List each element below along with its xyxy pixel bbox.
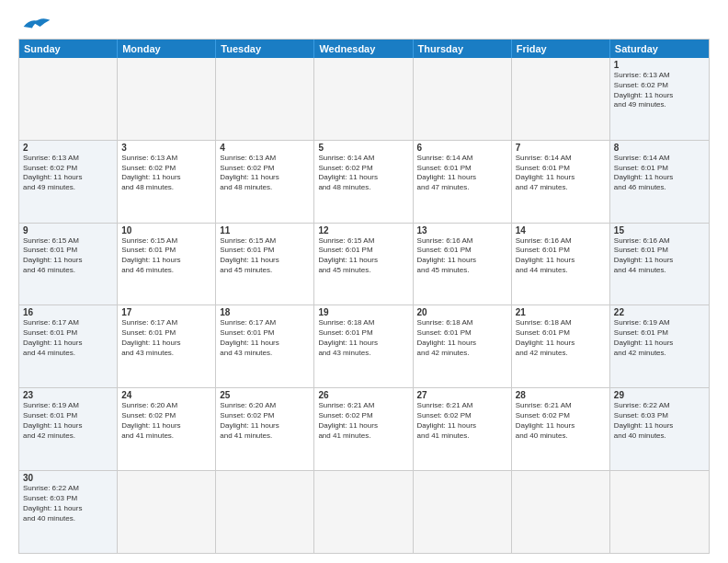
calendar-cell bbox=[19, 58, 118, 140]
calendar-cell: 13Sunrise: 6:16 AM Sunset: 6:01 PM Dayli… bbox=[414, 224, 512, 305]
calendar-cell: 29Sunrise: 6:22 AM Sunset: 6:03 PM Dayli… bbox=[610, 388, 709, 470]
calendar-cell bbox=[610, 471, 709, 553]
calendar-row: 23Sunrise: 6:19 AM Sunset: 6:01 PM Dayli… bbox=[19, 388, 709, 471]
cell-info: Sunrise: 6:14 AM Sunset: 6:01 PM Dayligh… bbox=[516, 154, 606, 193]
calendar-cell: 25Sunrise: 6:20 AM Sunset: 6:02 PM Dayli… bbox=[216, 388, 314, 470]
cell-info: Sunrise: 6:17 AM Sunset: 6:01 PM Dayligh… bbox=[23, 318, 113, 358]
day-header-wednesday: Wednesday bbox=[314, 40, 413, 58]
cell-info: Sunrise: 6:16 AM Sunset: 6:01 PM Dayligh… bbox=[516, 236, 606, 276]
cell-info: Sunrise: 6:13 AM Sunset: 6:02 PM Dayligh… bbox=[614, 71, 705, 110]
calendar-cell: 9Sunrise: 6:15 AM Sunset: 6:01 PM Daylig… bbox=[19, 224, 118, 305]
cell-info: Sunrise: 6:14 AM Sunset: 6:01 PM Dayligh… bbox=[417, 154, 507, 193]
calendar-cell: 4Sunrise: 6:13 AM Sunset: 6:02 PM Daylig… bbox=[216, 141, 314, 223]
day-number: 13 bbox=[417, 225, 507, 236]
cell-info: Sunrise: 6:15 AM Sunset: 6:01 PM Dayligh… bbox=[121, 236, 211, 276]
cell-info: Sunrise: 6:19 AM Sunset: 6:01 PM Dayligh… bbox=[23, 401, 113, 441]
day-number: 26 bbox=[318, 390, 408, 400]
calendar-cell: 16Sunrise: 6:17 AM Sunset: 6:01 PM Dayli… bbox=[19, 305, 118, 387]
day-number: 23 bbox=[23, 390, 113, 400]
cell-info: Sunrise: 6:13 AM Sunset: 6:02 PM Dayligh… bbox=[23, 154, 113, 193]
calendar-cell: 14Sunrise: 6:16 AM Sunset: 6:01 PM Dayli… bbox=[512, 224, 610, 305]
day-number: 2 bbox=[23, 143, 113, 153]
logo-icon bbox=[18, 15, 55, 31]
logo bbox=[18, 15, 55, 31]
day-number: 22 bbox=[614, 307, 705, 317]
calendar-cell: 7Sunrise: 6:14 AM Sunset: 6:01 PM Daylig… bbox=[512, 141, 610, 223]
calendar-cell: 28Sunrise: 6:21 AM Sunset: 6:02 PM Dayli… bbox=[512, 388, 610, 470]
day-number: 10 bbox=[121, 225, 211, 236]
day-number: 27 bbox=[417, 390, 507, 400]
calendar-cell: 17Sunrise: 6:17 AM Sunset: 6:01 PM Dayli… bbox=[118, 305, 216, 387]
day-header-sunday: Sunday bbox=[19, 40, 118, 58]
calendar-cell bbox=[414, 471, 512, 553]
cell-info: Sunrise: 6:14 AM Sunset: 6:02 PM Dayligh… bbox=[318, 154, 408, 193]
calendar-row: 16Sunrise: 6:17 AM Sunset: 6:01 PM Dayli… bbox=[19, 305, 709, 388]
calendar-cell: 2Sunrise: 6:13 AM Sunset: 6:02 PM Daylig… bbox=[19, 141, 118, 223]
calendar-cell: 27Sunrise: 6:21 AM Sunset: 6:02 PM Dayli… bbox=[414, 388, 512, 470]
calendar-row: 9Sunrise: 6:15 AM Sunset: 6:01 PM Daylig… bbox=[19, 224, 709, 306]
calendar-cell: 30Sunrise: 6:22 AM Sunset: 6:03 PM Dayli… bbox=[19, 471, 118, 553]
day-number: 28 bbox=[516, 390, 606, 400]
calendar-cell: 10Sunrise: 6:15 AM Sunset: 6:01 PM Dayli… bbox=[118, 224, 216, 305]
day-number: 24 bbox=[121, 390, 211, 400]
day-header-saturday: Saturday bbox=[610, 40, 709, 58]
calendar-cell bbox=[216, 471, 314, 553]
day-number: 25 bbox=[220, 390, 310, 400]
calendar-cell: 11Sunrise: 6:15 AM Sunset: 6:01 PM Dayli… bbox=[216, 224, 314, 305]
day-number: 1 bbox=[614, 60, 705, 70]
cell-info: Sunrise: 6:13 AM Sunset: 6:02 PM Dayligh… bbox=[121, 154, 211, 193]
day-number: 8 bbox=[614, 143, 705, 153]
calendar-cell: 24Sunrise: 6:20 AM Sunset: 6:02 PM Dayli… bbox=[118, 388, 216, 470]
day-number: 14 bbox=[516, 225, 606, 236]
cell-info: Sunrise: 6:13 AM Sunset: 6:02 PM Dayligh… bbox=[220, 154, 310, 193]
cell-info: Sunrise: 6:16 AM Sunset: 6:01 PM Dayligh… bbox=[417, 236, 507, 276]
calendar-row: 2Sunrise: 6:13 AM Sunset: 6:02 PM Daylig… bbox=[19, 141, 709, 224]
calendar-cell: 8Sunrise: 6:14 AM Sunset: 6:01 PM Daylig… bbox=[610, 141, 709, 223]
day-number: 19 bbox=[318, 307, 408, 317]
cell-info: Sunrise: 6:15 AM Sunset: 6:01 PM Dayligh… bbox=[318, 236, 408, 276]
cell-info: Sunrise: 6:15 AM Sunset: 6:01 PM Dayligh… bbox=[220, 236, 310, 276]
day-number: 20 bbox=[417, 307, 507, 317]
calendar-row: 30Sunrise: 6:22 AM Sunset: 6:03 PM Dayli… bbox=[19, 471, 709, 553]
cell-info: Sunrise: 6:20 AM Sunset: 6:02 PM Dayligh… bbox=[220, 401, 310, 441]
calendar-cell: 22Sunrise: 6:19 AM Sunset: 6:01 PM Dayli… bbox=[610, 305, 709, 387]
cell-info: Sunrise: 6:21 AM Sunset: 6:02 PM Dayligh… bbox=[417, 401, 507, 441]
cell-info: Sunrise: 6:22 AM Sunset: 6:03 PM Dayligh… bbox=[23, 484, 113, 523]
cell-info: Sunrise: 6:17 AM Sunset: 6:01 PM Dayligh… bbox=[121, 318, 211, 358]
calendar-cell: 21Sunrise: 6:18 AM Sunset: 6:01 PM Dayli… bbox=[512, 305, 610, 387]
day-number: 4 bbox=[220, 143, 310, 153]
day-number: 21 bbox=[516, 307, 606, 317]
cell-info: Sunrise: 6:17 AM Sunset: 6:01 PM Dayligh… bbox=[220, 318, 310, 358]
calendar: SundayMondayTuesdayWednesdayThursdayFrid… bbox=[18, 39, 710, 554]
calendar-cell bbox=[314, 471, 413, 553]
calendar-cell bbox=[512, 471, 610, 553]
cell-info: Sunrise: 6:21 AM Sunset: 6:02 PM Dayligh… bbox=[318, 401, 408, 441]
day-headers: SundayMondayTuesdayWednesdayThursdayFrid… bbox=[19, 40, 709, 58]
day-number: 5 bbox=[318, 143, 408, 153]
cell-info: Sunrise: 6:16 AM Sunset: 6:01 PM Dayligh… bbox=[614, 236, 705, 276]
calendar-cell: 3Sunrise: 6:13 AM Sunset: 6:02 PM Daylig… bbox=[118, 141, 216, 223]
page: SundayMondayTuesdayWednesdayThursdayFrid… bbox=[0, 0, 728, 563]
cell-info: Sunrise: 6:19 AM Sunset: 6:01 PM Dayligh… bbox=[614, 318, 705, 358]
calendar-cell bbox=[216, 58, 314, 140]
calendar-cell: 15Sunrise: 6:16 AM Sunset: 6:01 PM Dayli… bbox=[610, 224, 709, 305]
day-number: 29 bbox=[614, 390, 705, 400]
calendar-body: 1Sunrise: 6:13 AM Sunset: 6:02 PM Daylig… bbox=[19, 58, 709, 553]
day-header-monday: Monday bbox=[118, 40, 216, 58]
calendar-cell bbox=[414, 58, 512, 140]
calendar-cell bbox=[512, 58, 610, 140]
calendar-cell: 20Sunrise: 6:18 AM Sunset: 6:01 PM Dayli… bbox=[414, 305, 512, 387]
cell-info: Sunrise: 6:20 AM Sunset: 6:02 PM Dayligh… bbox=[121, 401, 211, 441]
cell-info: Sunrise: 6:22 AM Sunset: 6:03 PM Dayligh… bbox=[614, 401, 705, 441]
day-number: 30 bbox=[23, 473, 113, 483]
day-number: 3 bbox=[121, 143, 211, 153]
cell-info: Sunrise: 6:18 AM Sunset: 6:01 PM Dayligh… bbox=[417, 318, 507, 358]
day-header-friday: Friday bbox=[512, 40, 610, 58]
calendar-cell: 6Sunrise: 6:14 AM Sunset: 6:01 PM Daylig… bbox=[414, 141, 512, 223]
calendar-cell: 5Sunrise: 6:14 AM Sunset: 6:02 PM Daylig… bbox=[314, 141, 413, 223]
calendar-cell bbox=[314, 58, 413, 140]
cell-info: Sunrise: 6:18 AM Sunset: 6:01 PM Dayligh… bbox=[516, 318, 606, 358]
cell-info: Sunrise: 6:14 AM Sunset: 6:01 PM Dayligh… bbox=[614, 154, 705, 193]
calendar-row: 1Sunrise: 6:13 AM Sunset: 6:02 PM Daylig… bbox=[19, 58, 709, 141]
calendar-cell: 12Sunrise: 6:15 AM Sunset: 6:01 PM Dayli… bbox=[314, 224, 413, 305]
